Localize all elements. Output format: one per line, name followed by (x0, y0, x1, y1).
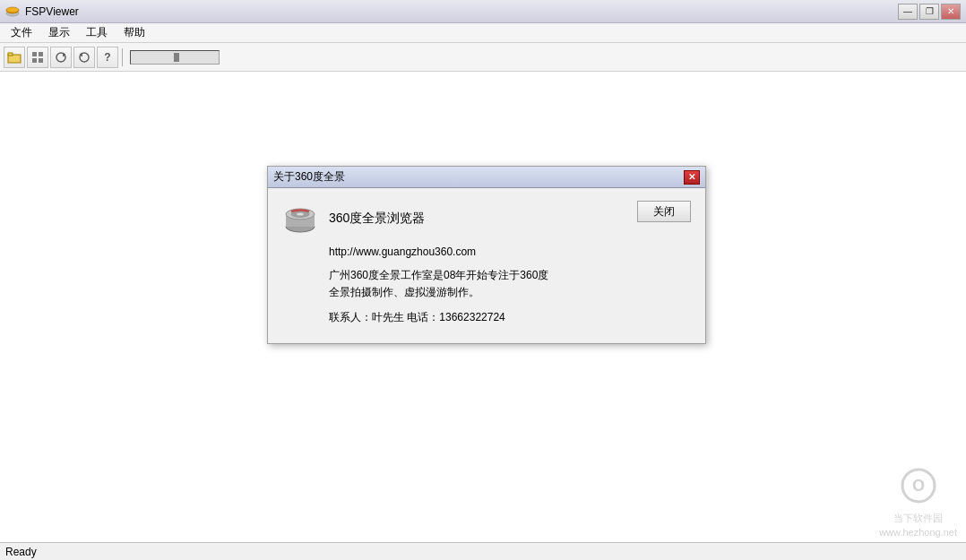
svg-rect-8 (39, 58, 43, 63)
rotate-cw-button[interactable] (50, 47, 72, 68)
about-dialog-close-button[interactable]: 关闭 (637, 201, 691, 222)
about-dialog-title-bar: 关于360度全景 ✕ (268, 167, 705, 188)
about-logo-title: 360度全景浏览器 (282, 201, 425, 237)
maximize-button[interactable]: ❐ (919, 4, 939, 20)
app-title: FSPViewer (25, 5, 79, 18)
about-top-row: 360度全景浏览器 关闭 (282, 201, 691, 237)
open-button[interactable] (4, 47, 25, 68)
zoom-slider-thumb (174, 53, 179, 62)
rotate-ccw-button[interactable] (73, 47, 95, 68)
disk-icon (282, 201, 318, 237)
menu-file[interactable]: 文件 (4, 23, 39, 42)
about-app-name: 360度全景浏览器 (329, 211, 425, 227)
about-dialog-close-x-button[interactable]: ✕ (684, 170, 700, 185)
window-controls: — ❐ ✕ (898, 4, 961, 20)
minimize-button[interactable]: — (898, 4, 918, 20)
svg-rect-6 (39, 52, 43, 56)
status-text: Ready (5, 546, 37, 558)
watermark-text2: www.hezhong.net (879, 527, 957, 538)
zoom-slider[interactable] (130, 50, 220, 65)
about-contact: 联系人：叶先生 电话：13662322724 (329, 310, 691, 325)
menu-help[interactable]: 帮助 (116, 23, 152, 42)
title-bar: FSPViewer — ❐ ✕ (0, 0, 966, 23)
svg-rect-5 (32, 52, 37, 56)
svg-point-2 (6, 7, 19, 13)
title-bar-left: FSPViewer (5, 4, 79, 19)
toolbar: ? (0, 43, 966, 72)
svg-rect-4 (8, 53, 13, 56)
about-dialog-body: 360度全景浏览器 关闭 http://www.guangzhou360.com… (268, 188, 705, 343)
watermark: O 当下软件园 www.hezhong.net (879, 468, 957, 538)
status-bar: Ready (0, 542, 966, 560)
watermark-logo: O (901, 468, 936, 510)
menu-tools[interactable]: 工具 (79, 23, 115, 42)
toolbar-separator (122, 48, 123, 66)
help-button[interactable]: ? (97, 47, 118, 68)
about-description: 广州360度全景工作室是08年开始专注于360度全景拍摄制作、虚拟漫游制作。 (329, 267, 691, 301)
about-dialog: 关于360度全景 ✕ (267, 166, 706, 344)
menu-bar: 文件 显示 工具 帮助 (0, 23, 966, 43)
svg-rect-7 (32, 58, 37, 63)
about-dialog-title-text: 关于360度全景 (273, 169, 345, 185)
svg-text:O: O (912, 477, 925, 495)
about-url: http://www.guangzhou360.com (329, 246, 691, 258)
toolbar-slider-container (130, 50, 220, 65)
menu-view[interactable]: 显示 (41, 23, 77, 42)
watermark-text1: 当下软件园 (893, 512, 943, 525)
window-close-button[interactable]: ✕ (941, 4, 961, 20)
svg-point-16 (297, 213, 304, 216)
grid-button[interactable] (27, 47, 48, 68)
app-icon (5, 4, 20, 19)
